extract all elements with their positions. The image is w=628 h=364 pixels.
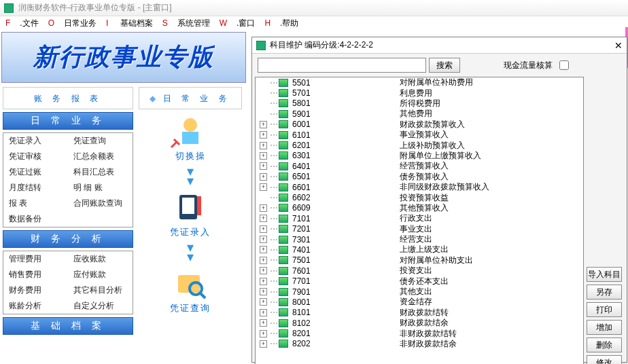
subject-icon [279,99,288,107]
banner-text: 新行政事业专版 [33,41,214,74]
cashflow-checkbox[interactable] [559,60,569,70]
menu-item[interactable]: I 基础档案 [106,18,153,28]
tree-row[interactable]: +⋯7101行政支出 [256,213,583,223]
tree-row[interactable]: +⋯7501对附属单位补助支出 [256,255,583,266]
subject-icon [279,172,288,181]
tree-row[interactable]: +⋯6301附属单位上缴预算收入 [256,151,583,161]
main-titlebar: 润衡财务软件-行政事业单位专版 - [主窗口] [0,0,628,16]
list-item[interactable]: 应付账款 [68,267,133,283]
subject-code: 5701 [292,88,400,98]
close-icon[interactable]: ✕ [614,40,623,51]
expand-icon[interactable]: + [260,288,267,295]
search-button[interactable]: 搜索 [429,58,460,73]
tree-row[interactable]: +⋯8201非财政拨款结转 [256,328,583,338]
tree-row[interactable]: ⋯5801所得税费用 [256,98,583,109]
subject-code: 8101 [292,308,400,317]
subject-code: 6501 [292,172,400,181]
menu-item[interactable]: O日常业务 [48,18,97,28]
menu-item[interactable]: S系统管理 [162,18,210,28]
subject-code: 5501 [292,78,400,88]
list-item[interactable]: 科目汇总表 [68,164,133,180]
workflow-item[interactable]: 切换操 [139,115,242,162]
expand-icon[interactable]: + [260,215,267,222]
menu-item[interactable]: W.窗口 [220,18,256,28]
expand-icon[interactable]: + [260,309,267,316]
tree-row[interactable]: +⋯6401经营预算收入 [256,161,583,171]
expand-icon[interactable]: + [260,173,267,181]
expand-icon[interactable]: + [260,246,267,253]
dialog-titlebar: 科目维护 编码分级:4-2-2-2-2 ✕ [252,37,627,54]
expand-icon[interactable]: + [260,131,267,139]
expand-icon[interactable]: + [260,267,267,274]
tree-row[interactable]: ⋯5501对附属单位补助费用 [256,77,583,88]
subject-tree[interactable]: ⋯5501对附属单位补助费用⋯5701利息费用⋯5801所得税费用⋯5901其他… [255,77,584,364]
list-item[interactable]: 管理费用 [3,251,68,267]
list-item[interactable]: 明 细 账 [68,180,133,196]
list-item[interactable]: 合同账款查询 [68,196,133,211]
tree-row[interactable]: +⋯6501债务预算收入 [256,172,583,182]
list-item[interactable]: 凭证录入 [3,133,68,149]
tree-row[interactable]: +⋯6001财政拨款预算收入 [256,120,583,130]
side-button[interactable]: 另存 [587,285,622,299]
tree-row[interactable]: +⋯6601非同级财政拨款预算收入 [256,182,583,192]
tree-row[interactable]: +⋯8101财政拨款结转 [256,308,583,318]
expand-icon[interactable]: + [260,225,267,233]
tree-row[interactable]: ⋯5901其他费用 [256,109,583,119]
tree-row[interactable]: +⋯6609其他预算收入 [256,203,583,213]
tree-row[interactable]: +⋯7701债务还本支出 [256,276,583,286]
list-item[interactable]: 销售费用 [3,267,68,283]
list-item[interactable]: 凭证审核 [3,149,68,164]
expand-placeholder [260,90,267,97]
dialog-title: 科目维护 编码分级:4-2-2-2-2 [270,39,373,51]
list-item[interactable]: 凭证查询 [68,133,133,149]
expand-icon[interactable]: + [260,257,267,264]
list-item[interactable]: 账龄分析 [3,298,68,314]
tree-row[interactable]: +⋯8102财政拨款结余 [256,318,583,328]
tree-row[interactable]: +⋯6101事业预算收入 [256,130,583,140]
tree-row[interactable]: +⋯8001资金结存 [256,297,583,307]
side-button[interactable]: 打印 [587,302,622,317]
side-button[interactable]: 导入科目 [587,267,622,282]
tree-row[interactable]: +⋯8202非财政拨款结余 [256,339,583,349]
tree-row[interactable]: +⋯7301经营支出 [256,234,583,244]
expand-icon[interactable]: + [260,152,267,160]
menu-item[interactable]: F.文件 [5,18,39,28]
side-button[interactable]: 删除 [587,338,622,352]
list-item[interactable]: 凭证过账 [3,164,68,180]
menu-item[interactable]: H.帮助 [264,18,298,28]
expand-icon[interactable]: + [260,340,267,348]
tree-row[interactable]: +⋯7201事业支出 [256,223,583,234]
list-item[interactable]: 数据备份 [3,211,68,227]
tree-row[interactable]: +⋯6201上级补助预算收入 [256,140,583,150]
expand-icon[interactable]: + [260,298,267,306]
expand-icon[interactable]: + [260,183,267,191]
expand-icon[interactable]: + [260,278,267,285]
side-button[interactable]: 修改 [587,355,622,364]
expand-icon[interactable]: + [260,330,267,338]
subject-code: 7601 [292,266,400,276]
tree-row[interactable]: +⋯7901其他支出 [256,287,583,297]
tree-row[interactable]: ⋯5701利息费用 [256,88,583,98]
list-item[interactable]: 财务费用 [3,283,68,298]
list-item[interactable]: 汇总余额表 [68,149,133,164]
tree-row[interactable]: +⋯7401上缴上级支出 [256,244,583,255]
tree-row[interactable]: ⋯6602投资预算收益 [256,192,583,202]
workflow-item[interactable]: 凭证查询 [139,267,242,314]
list-item[interactable]: 报 表 [3,196,68,211]
expand-icon[interactable]: + [260,319,267,327]
tree-row[interactable]: +⋯7601投资支出 [256,266,583,276]
list-item[interactable]: 其它科目分析 [68,283,133,298]
workflow-item[interactable]: 凭证录入 [139,191,242,238]
search-input[interactable] [258,58,426,73]
expand-icon[interactable]: + [260,142,267,149]
list-item[interactable]: 月度结转 [3,180,68,196]
expand-icon[interactable]: + [260,204,267,212]
side-button[interactable]: 增加 [587,320,622,335]
svg-rect-3 [182,198,194,214]
list-item[interactable]: 应收账款 [68,251,133,267]
expand-icon[interactable]: + [260,121,267,128]
expand-icon[interactable]: + [260,236,267,243]
list-item[interactable]: 自定义分析 [68,298,133,314]
expand-icon[interactable]: + [260,162,267,170]
subject-code: 8001 [292,297,400,307]
